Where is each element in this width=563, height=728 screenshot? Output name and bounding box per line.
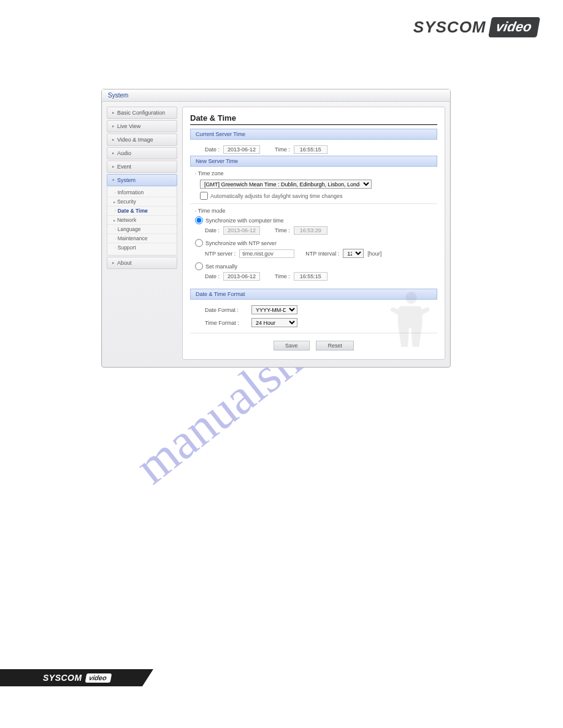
ntp-server-label: NTP server : [205, 251, 236, 257]
current-date-value: 2013-06-12 [223, 145, 260, 154]
expand-icon: ▸ [112, 110, 115, 115]
section-date-time-format: Date & Time Format [190, 289, 437, 300]
page-title: Date & Time [190, 113, 437, 125]
sidebar-item-system[interactable]: ▾System [107, 174, 177, 186]
date-label: Date : [205, 273, 220, 279]
sync-computer-radio[interactable] [195, 216, 203, 224]
date-label: Date : [205, 146, 220, 153]
computer-date-value: 2013-06-12 [223, 226, 260, 235]
sidebar-sub-security[interactable]: Security [107, 197, 177, 207]
timezone-row: [GMT] Greenwich Mean Time : Dublin, Edin… [190, 178, 437, 191]
ntp-row: NTP server : NTP Interval : 12 [hour] [190, 247, 437, 260]
brand-sub-bottom: video [85, 673, 111, 683]
sidebar-sub-label: Security [117, 199, 136, 205]
manual-date-value: 2013-06-12 [223, 272, 260, 281]
sidebar-sub-label: Information [118, 189, 144, 195]
time-format-label: Time Format : [205, 320, 248, 326]
current-time-value: 16:55:15 [294, 145, 327, 154]
manual-time-row: Date : 2013-06-12 Time : 16:55:15 [190, 270, 437, 282]
sidebar-sub-label: Support [118, 245, 136, 251]
current-time-row: Date : 2013-06-12 Time : 16:55:15 [190, 143, 437, 156]
reset-button[interactable]: Reset [316, 341, 354, 351]
brand-logo-top: SYSCOM video [413, 17, 538, 37]
sidebar-item-about[interactable]: ▸About [107, 257, 177, 269]
date-format-row: Date Format : YYYY-MM-DD [190, 303, 437, 316]
sidebar-sub-label: Language [118, 226, 141, 232]
date-label: Date : [205, 227, 220, 233]
sidebar: ▸Basic Configuration ▸Live View ▸Video &… [107, 107, 177, 360]
button-row: Save Reset [190, 341, 437, 351]
ntp-interval-select[interactable]: 12 [343, 249, 364, 258]
ntp-interval-label: NTP Interval : [305, 251, 339, 257]
timezone-select[interactable]: [GMT] Greenwich Mean Time : Dublin, Edin… [200, 180, 372, 189]
computer-time-row: Date : 2013-06-12 Time : 16:53:29 [190, 224, 437, 237]
sidebar-sub-information[interactable]: Information [107, 188, 177, 197]
section-current-server-time: Current Server Time [190, 129, 437, 140]
sidebar-sub-label: Maintenance [118, 235, 148, 241]
sidebar-sub-label: Date & Time [118, 208, 148, 214]
brand-name-bottom: SYSCOM [43, 673, 82, 683]
brand-name: SYSCOM [413, 18, 486, 37]
sidebar-item-basic-configuration[interactable]: ▸Basic Configuration [107, 107, 177, 119]
time-format-row: Time Format : 24 Hour [190, 316, 437, 329]
brand-logo-bottom: SYSCOM video [0, 669, 153, 686]
date-format-label: Date Format : [205, 307, 248, 313]
section-new-server-time: New Server Time [190, 156, 437, 167]
sync-ntp-radio[interactable] [195, 239, 203, 247]
sidebar-item-label: Live View [117, 123, 140, 129]
brand-sub: video [488, 17, 540, 37]
set-manually-label: Set manually [205, 264, 237, 270]
content-panel: Date & Time Current Server Time Date : 2… [182, 107, 445, 360]
sidebar-item-label: Video & Image [117, 137, 153, 143]
settings-window: System ▸Basic Configuration ▸Live View ▸… [101, 89, 451, 368]
sidebar-sub-language[interactable]: Language [107, 225, 177, 234]
sidebar-submenu-system: Information Security Date & Time Network… [107, 186, 177, 256]
sync-computer-row: Synchronize with computer time [190, 216, 437, 224]
sidebar-item-label: System [117, 177, 136, 183]
sidebar-item-label: Event [117, 164, 131, 170]
dst-checkbox[interactable] [200, 192, 208, 200]
sidebar-sub-date-time[interactable]: Date & Time [107, 207, 177, 216]
expand-icon: ▸ [112, 260, 115, 265]
dst-label: Automatically adjusts for daylight savin… [210, 193, 343, 199]
expand-icon: ▾ [112, 178, 115, 183]
expand-icon: ▸ [112, 124, 115, 129]
sidebar-sub-network[interactable]: Network [107, 216, 177, 225]
date-format-select[interactable]: YYYY-MM-DD [251, 305, 297, 314]
sidebar-item-label: Basic Configuration [117, 110, 165, 116]
sidebar-item-label: Audio [117, 150, 131, 156]
expand-icon: ▸ [112, 164, 115, 169]
sidebar-item-event[interactable]: ▸Event [107, 161, 177, 173]
expand-icon: ▸ [112, 151, 115, 156]
sidebar-item-audio[interactable]: ▸Audio [107, 147, 177, 159]
set-manually-radio[interactable] [195, 262, 203, 270]
timezone-label: · Time zone [190, 170, 437, 176]
time-label: Time : [275, 146, 290, 153]
ntp-server-input[interactable] [239, 249, 294, 258]
sidebar-item-video-image[interactable]: ▸Video & Image [107, 134, 177, 146]
dst-row: Automatically adjusts for daylight savin… [190, 192, 437, 200]
time-label: Time : [275, 273, 290, 279]
manual-time-value: 16:55:15 [294, 272, 327, 281]
sync-ntp-label: Synchronize with NTP server [205, 240, 277, 246]
window-title: System [102, 89, 450, 102]
sync-ntp-row: Synchronize with NTP server [190, 239, 437, 247]
sidebar-item-label: About [117, 260, 132, 266]
expand-icon: ▸ [112, 137, 115, 142]
save-button[interactable]: Save [274, 341, 310, 351]
time-format-select[interactable]: 24 Hour [251, 318, 297, 327]
computer-time-value: 16:53:29 [294, 226, 327, 235]
sidebar-item-live-view[interactable]: ▸Live View [107, 120, 177, 132]
ntp-unit-label: [hour] [367, 251, 381, 257]
set-manually-row: Set manually [190, 262, 437, 270]
timemode-label: · Time mode [190, 208, 437, 214]
sidebar-sub-label: Network [117, 217, 136, 223]
sidebar-sub-maintenance[interactable]: Maintenance [107, 234, 177, 243]
time-label: Time : [275, 227, 290, 233]
sync-computer-label: Synchronize with computer time [205, 218, 284, 224]
sidebar-sub-support[interactable]: Support [107, 243, 177, 252]
